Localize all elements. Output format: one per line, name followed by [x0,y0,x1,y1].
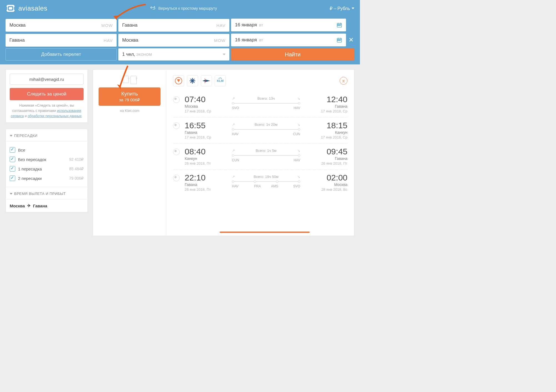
svg-rect-13 [340,40,340,41]
route-visual: ↗Всего: 13ч↘ SVOHAV [229,95,303,110]
filter-transfers-body: ВсеБез пересадок92 410₽1 пересадка85 484… [6,141,87,187]
svg-rect-4 [14,7,16,10]
calendar-icon [337,37,342,43]
airline-klm-icon: KLM [215,75,226,86]
route-visual: ↗Всего: 19ч 50м↘ HAVFRAAMSSVO [229,174,303,188]
buy-provider: на Kiwi.com [99,109,161,113]
svg-rect-8 [339,25,339,26]
passengers-selector[interactable]: 1 чел, эконом [118,48,229,61]
filter-time-header[interactable]: ВРЕМЯ ВЫЛЕТА И ПРИБЫТ [6,187,87,199]
simple-route-link[interactable]: Вернуться к простому маршруту [150,6,217,11]
filter-item-2[interactable]: 1 пересадка85 484₽ [10,164,84,174]
departure: 16:55 Гавана 17 янв 2018, Ср [185,121,229,139]
from-city-2[interactable]: Гавана HAV [6,34,117,47]
add-flight-button[interactable]: Добавить перелет [6,48,117,61]
chevron-down-icon [10,135,12,137]
from-city-1[interactable]: Москва MOW [6,19,117,32]
filters-card: ПЕРЕСАДКИ ВсеБез пересадок92 410₽1 перес… [6,129,88,212]
takeoff-icon: ↗ [232,122,235,127]
sidebar: Следить за ценой Нажимая «Следить за цен… [6,69,88,212]
segment-0: 07:40 Москва 17 янв 2018, Ср ↗Всего: 13ч… [173,91,347,117]
checkbox-icon [10,147,15,153]
pin-icon[interactable] [173,96,180,103]
landing-icon: ↘ [297,175,300,179]
watch-disclaimer: Нажимая «Следить за ценой», вы соглашает… [10,103,84,119]
takeoff-icon: ↗ [232,149,235,153]
aviasales-logo-icon [6,3,16,13]
price-watch-card: Следить за ценой Нажимая «Следить за цен… [6,69,88,123]
search-row-2: Гавана HAV Москва MOW 16 января вт ✕ [6,33,354,47]
checked-bag-icon [131,76,137,84]
date-2[interactable]: 16 января вт [231,34,346,46]
airline-aeroflot-icon [201,75,212,86]
brand-logo[interactable]: aviasales [6,3,47,13]
svg-rect-2 [9,7,12,10]
landing-icon: ↘ [297,149,300,153]
baggage-icons [99,76,161,84]
search-form: Москва MOW Гавана HAV 16 января вт Гаван… [6,18,354,61]
arrival: 18:15 Канкун 17 янв 2018, Ср [303,121,347,139]
flights-column: KLM ⧖ 07:40 Москва 17 янв 2018, Ср ↗Всег… [166,70,354,236]
chevron-down-icon [352,7,354,9]
watch-price-button[interactable]: Следить за ценой [10,88,84,100]
svg-text:KLM: KLM [217,79,224,82]
remove-row-button[interactable]: ✕ [348,36,354,44]
plane-icon: ✈ [27,203,31,208]
to-city-2[interactable]: Москва MOW [118,34,229,47]
segment-2: 08:40 Канкун 26 янв 2018, Пт ↗Всего: 1ч … [173,144,347,170]
svg-rect-11 [338,40,338,41]
arrival: 09:45 Гавана 26 янв 2018, Пт [303,147,347,165]
segment-3: 22:10 Гавана 26 янв 2018, Пт ↗Всего: 19ч… [173,170,347,195]
route-title: Москва ✈ Гавана [6,199,87,212]
chevron-down-icon [10,193,12,195]
route-visual: ↗Всего: 1ч 20м↘ HAVCUN [229,121,303,136]
route-visual: ↗Всего: 1ч 5м↘ CUNHAV [229,147,303,162]
filter-item-1[interactable]: Без пересадок92 410₽ [10,155,84,164]
departure: 08:40 Канкун 26 янв 2018, Пт [185,147,229,165]
date-1[interactable]: 16 января вт [231,19,346,31]
buy-button[interactable]: Купить за 79 006₽ [99,87,161,106]
chevron-down-icon [223,54,226,55]
filter-item-3[interactable]: 2 пересадки79 006₽ [10,174,84,183]
takeoff-icon: ↗ [232,96,235,100]
buy-column: Купить за 79 006₽ на Kiwi.com [93,70,166,236]
search-row-1: Москва MOW Гавана HAV 16 января вт [6,18,354,32]
search-button[interactable]: Найти [231,48,354,61]
pin-icon[interactable] [173,149,180,155]
filter-transfers-header[interactable]: ПЕРЕСАДКИ [6,129,87,141]
brand-name: aviasales [18,4,47,12]
calendar-icon [337,22,342,28]
pin-icon[interactable] [173,122,180,129]
simple-route-label: Вернуться к простому маршруту [158,6,217,11]
svg-rect-3 [6,7,7,10]
checkbox-icon [10,157,15,162]
svg-rect-12 [339,40,339,41]
search-row-3: Добавить перелет 1 чел, эконом Найти [6,48,354,61]
arrival: 02:00 Москва 28 янв 2018, Вс [303,174,347,192]
departure: 07:40 Москва 17 янв 2018, Ср [185,95,229,113]
checkbox-icon [10,166,15,172]
annotation-underline [220,232,310,233]
privacy-link[interactable]: обработки персональных данных [28,114,82,118]
topbar: aviasales Вернуться к простому маршруту … [6,3,354,13]
svg-point-5 [154,6,155,7]
segments-list: 07:40 Москва 17 янв 2018, Ср ↗Всего: 13ч… [173,91,347,195]
landing-icon: ↘ [297,122,300,127]
fare-timer-icon[interactable]: ⧖ [340,77,347,85]
email-field[interactable] [10,74,84,85]
svg-rect-9 [340,25,340,26]
takeoff-icon: ↗ [232,175,235,179]
departure: 22:10 Гавана 26 янв 2018, Пт [185,174,229,192]
route-swap-icon [150,6,156,11]
search-header: aviasales Вернуться к простому маршруту … [0,0,360,64]
currency-selector[interactable]: ₽ – Рубль [330,6,354,11]
landing-icon: ↘ [297,96,300,100]
checkbox-icon [10,175,15,181]
svg-rect-7 [338,25,338,26]
pin-icon[interactable] [173,175,180,181]
to-city-1[interactable]: Гавана HAV [118,19,229,32]
airline-logos: KLM ⧖ [173,75,347,86]
arrival: 12:40 Гавана 17 янв 2018, Ср [303,95,347,113]
filter-item-0[interactable]: Все [10,145,84,155]
currency-label: ₽ – Рубль [330,6,350,11]
